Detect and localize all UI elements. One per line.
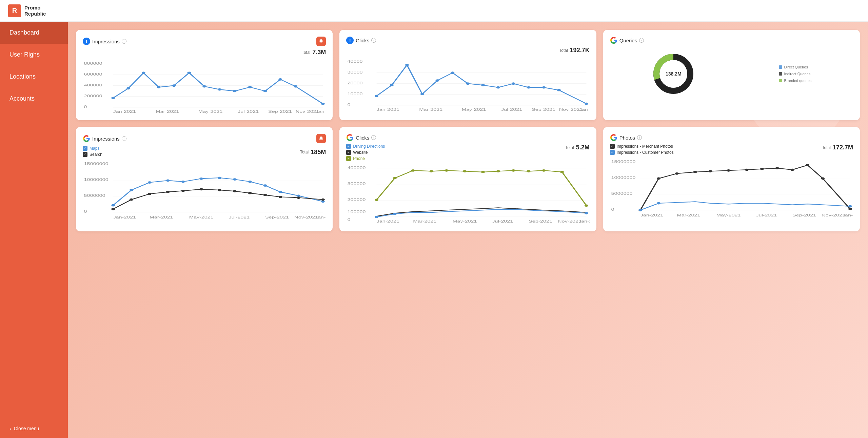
svg-text:May-2021: May-2021 xyxy=(716,213,741,217)
svg-point-13 xyxy=(157,86,161,88)
fb-clicks-title: Clicks xyxy=(356,38,369,43)
svg-text:Jul-2021: Jul-2021 xyxy=(492,220,513,223)
fb-clicks-info-icon[interactable]: i xyxy=(371,38,376,43)
chevron-left-icon: ‹ xyxy=(9,426,11,431)
sidebar-item-user-rights[interactable]: User Righs xyxy=(0,44,68,66)
sidebar-item-locations[interactable]: Locations xyxy=(0,66,68,88)
dashboard-grid: f Impressions i Total 7.3M 800000 xyxy=(76,30,860,231)
fb-impressions-total-value: 7.3M xyxy=(312,49,326,56)
customer-legend-row: Impressions - Customer Photos xyxy=(610,150,674,155)
svg-point-98 xyxy=(321,199,325,201)
direct-queries-label: Direct Queries xyxy=(784,65,808,69)
svg-point-150 xyxy=(708,170,712,172)
g-clicks-info-icon[interactable]: i xyxy=(371,135,376,140)
customer-checkbox[interactable] xyxy=(610,150,615,155)
logo-text: Promo Republic xyxy=(24,5,46,17)
donut-legend-branded: Branded queries xyxy=(779,79,812,83)
svg-point-50 xyxy=(512,82,515,85)
svg-text:10000000: 10000000 xyxy=(611,176,635,180)
g-clicks-chart: 400000 300000 200000 100000 0 xyxy=(346,164,589,225)
g-photos-total: Total 172.7M xyxy=(822,144,853,151)
svg-point-23 xyxy=(321,103,325,105)
svg-point-81 xyxy=(248,181,252,183)
svg-point-46 xyxy=(451,71,455,74)
g-impressions-card: Impressions i Maps xyxy=(76,127,333,231)
svg-point-41 xyxy=(375,95,379,97)
svg-point-17 xyxy=(218,88,221,91)
sidebar-item-accounts[interactable]: Accounts xyxy=(0,88,68,110)
svg-text:600000: 600000 xyxy=(84,72,102,76)
fb-clicks-card: f Clicks i Total 192.7K 40000 30000 2000… xyxy=(339,30,596,120)
maps-checkbox[interactable] xyxy=(83,146,87,151)
svg-point-80 xyxy=(233,178,237,181)
svg-point-47 xyxy=(466,82,470,85)
svg-text:200000: 200000 xyxy=(84,94,102,98)
svg-text:200000: 200000 xyxy=(348,198,366,202)
fb-clicks-chart: 40000 30000 20000 10000 0 xyxy=(346,57,589,111)
phone-label: Phone xyxy=(353,156,365,161)
g-queries-donut-section: 138.2M Direct Queries Indirect Queries xyxy=(610,47,853,101)
svg-point-12 xyxy=(142,72,145,74)
customer-label: Impressions - Customer Photos xyxy=(617,150,674,155)
svg-point-15 xyxy=(187,72,191,74)
svg-point-48 xyxy=(481,84,485,86)
svg-point-19 xyxy=(248,86,252,88)
svg-point-147 xyxy=(657,178,660,180)
g-impressions-title: Impressions xyxy=(92,136,120,142)
fb-impressions-alert-button[interactable] xyxy=(316,37,326,46)
close-menu-button[interactable]: ‹ Close menu xyxy=(0,419,68,438)
google-photos-icon xyxy=(610,134,617,141)
fb-impressions-info-icon[interactable]: i xyxy=(122,39,126,44)
svg-text:5000000: 5000000 xyxy=(84,194,105,197)
maps-label: Maps xyxy=(90,146,99,151)
svg-text:Sep-2021: Sep-2021 xyxy=(792,213,816,217)
svg-point-53 xyxy=(557,89,561,91)
svg-point-78 xyxy=(199,178,203,180)
search-label: Search xyxy=(90,152,102,157)
svg-text:300000: 300000 xyxy=(348,182,366,186)
driving-legend-row: Driving Directions xyxy=(346,144,385,149)
sidebar-item-dashboard[interactable]: Dashboard xyxy=(0,22,68,44)
svg-point-151 xyxy=(727,169,730,172)
svg-point-75 xyxy=(148,181,152,184)
phone-checkbox[interactable] xyxy=(346,156,351,161)
svg-text:Jan-2022: Jan-2022 xyxy=(579,108,589,111)
svg-point-128 xyxy=(375,216,379,218)
top-header: R Promo Republic xyxy=(0,0,868,22)
svg-point-44 xyxy=(420,93,424,95)
svg-text:0: 0 xyxy=(348,218,351,222)
merchant-checkbox[interactable] xyxy=(610,144,615,149)
g-queries-header: Queries i xyxy=(610,37,853,44)
g-photos-header: Photos i xyxy=(610,134,853,141)
fb-impressions-header: f Impressions i xyxy=(83,37,326,46)
g-impressions-alert-button[interactable] xyxy=(316,134,326,143)
g-impressions-chart: 15000000 10000000 5000000 0 xyxy=(83,160,326,221)
svg-text:400000: 400000 xyxy=(84,83,102,87)
fb-impressions-total-label: Total xyxy=(302,50,310,55)
website-checkbox[interactable] xyxy=(346,150,351,155)
direct-queries-color xyxy=(779,65,782,69)
svg-text:0: 0 xyxy=(348,103,351,107)
svg-point-155 xyxy=(790,169,794,171)
svg-point-161 xyxy=(848,205,852,208)
svg-point-152 xyxy=(745,169,749,171)
svg-point-45 xyxy=(436,79,439,82)
content-area: f Impressions i Total 7.3M 800000 xyxy=(68,22,868,438)
google-impressions-icon xyxy=(83,135,90,142)
svg-point-20 xyxy=(263,90,267,92)
svg-point-119 xyxy=(445,169,449,172)
g-photos-info-icon[interactable]: i xyxy=(637,135,642,140)
g-impressions-info-icon[interactable]: i xyxy=(122,136,126,141)
svg-point-96 xyxy=(278,196,282,198)
svg-point-120 xyxy=(463,170,467,172)
search-checkbox[interactable] xyxy=(83,152,87,157)
svg-point-18 xyxy=(233,90,237,92)
fb-clicks-total: Total 192.7K xyxy=(346,47,589,54)
driving-checkbox[interactable] xyxy=(346,144,351,149)
sidebar: Dashboard User Righs Locations Accounts … xyxy=(0,22,68,438)
svg-text:20000: 20000 xyxy=(348,81,363,85)
svg-text:Jan-2022: Jan-2022 xyxy=(842,213,853,217)
donut-legend-indirect: Indirect Queries xyxy=(779,72,812,76)
g-queries-info-icon[interactable]: i xyxy=(639,38,644,43)
g-clicks-title: Clicks xyxy=(356,135,369,141)
